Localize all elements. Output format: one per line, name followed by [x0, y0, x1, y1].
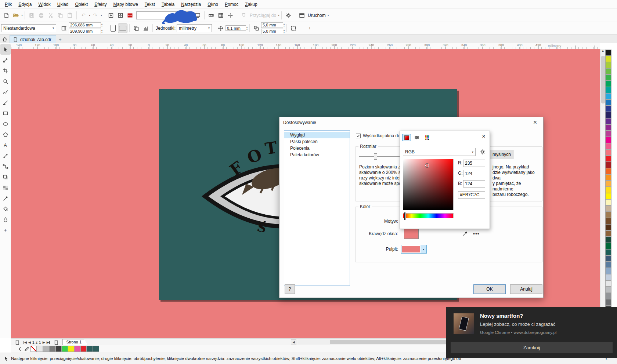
- picker-options-gear-icon[interactable]: [478, 148, 487, 156]
- palette-color-swatch[interactable]: [606, 50, 611, 55]
- palette-color-swatch[interactable]: [606, 200, 611, 205]
- menu-plik[interactable]: Plik: [1, 0, 15, 8]
- palette-color-swatch[interactable]: [606, 206, 611, 211]
- palette-color-swatch[interactable]: [606, 131, 611, 136]
- document-palette-swatch[interactable]: [56, 346, 61, 352]
- palette-color-swatch[interactable]: [606, 156, 611, 161]
- zoom-tool[interactable]: [0, 76, 11, 87]
- document-tab[interactable]: dziobak 7ab.cdr: [10, 35, 56, 43]
- width-spinner[interactable]: ▴▾: [101, 23, 102, 27]
- palette-color-swatch[interactable]: [606, 100, 611, 105]
- center-dialogs-checkbox[interactable]: Wyśrodkuj okna di: [356, 133, 399, 138]
- color-selector-ring[interactable]: [425, 164, 429, 167]
- units-combo[interactable]: milimetry▾: [177, 24, 212, 32]
- menu-obiekt[interactable]: Obiekt: [72, 0, 91, 8]
- chevron-down-icon[interactable]: ▾: [51, 26, 54, 30]
- snap-to-label[interactable]: Przyciągaj do: [250, 13, 276, 18]
- palette-color-swatch[interactable]: [606, 287, 611, 292]
- treat-as-filled-button[interactable]: [289, 23, 298, 33]
- color-eyedropper-tool[interactable]: [0, 193, 11, 204]
- scroll-up-icon[interactable]: ▲: [602, 49, 605, 52]
- document-palette-swatch[interactable]: [93, 346, 99, 352]
- portrait-button[interactable]: [108, 23, 118, 33]
- text-tool[interactable]: A: [0, 140, 11, 150]
- show-grid-button[interactable]: [216, 11, 225, 20]
- b-input[interactable]: [463, 180, 485, 188]
- palette-color-swatch[interactable]: [606, 119, 611, 124]
- transparency-tool[interactable]: [0, 182, 11, 193]
- polygon-tool[interactable]: [0, 129, 11, 140]
- artistic-media-tool[interactable]: [0, 97, 11, 108]
- open-button[interactable]: [11, 11, 21, 20]
- more-options-button[interactable]: •••: [473, 231, 480, 237]
- current-page-size-button[interactable]: [141, 23, 151, 33]
- crop-tool[interactable]: [0, 65, 11, 76]
- page-height-field[interactable]: 209,903 mm: [69, 29, 101, 34]
- show-rulers-button[interactable]: [206, 11, 216, 20]
- palette-color-swatch[interactable]: [606, 62, 611, 68]
- drop-shadow-tool[interactable]: [0, 172, 11, 182]
- document-palette-swatch[interactable]: [62, 346, 68, 352]
- document-palette-swatch[interactable]: [68, 346, 74, 352]
- menu-okno[interactable]: Okno: [204, 0, 221, 8]
- last-page-button[interactable]: ▶: [47, 341, 50, 344]
- palette-color-swatch[interactable]: [606, 250, 611, 255]
- palette-color-swatch[interactable]: [606, 218, 611, 224]
- save-button[interactable]: [27, 11, 36, 20]
- chevron-down-icon[interactable]: ▾: [328, 14, 329, 17]
- launch-label[interactable]: Uruchom: [308, 13, 326, 18]
- hex-input[interactable]: [458, 191, 485, 199]
- r-input[interactable]: [463, 160, 485, 167]
- palette-color-swatch[interactable]: [606, 75, 611, 80]
- restore-defaults-button[interactable]: myślnych: [490, 150, 513, 159]
- import-button[interactable]: [106, 11, 116, 20]
- dialog-nav-item[interactable]: Wygląd: [284, 132, 350, 138]
- nudge-spinner[interactable]: ▴▾: [246, 26, 248, 30]
- freehand-tool[interactable]: [0, 87, 11, 97]
- palette-color-swatch[interactable]: [606, 69, 611, 74]
- document-palette-swatch[interactable]: [37, 346, 43, 352]
- palette-color-swatch[interactable]: [606, 225, 611, 230]
- document-palette-swatch[interactable]: [50, 346, 55, 352]
- palette-color-swatch[interactable]: [606, 162, 611, 168]
- dialog-nav-item[interactable]: Paleta kolorów: [284, 152, 350, 158]
- horizontal-ruler[interactable]: 1401201008060402002040608010012014016018…: [11, 43, 600, 49]
- palette-color-swatch[interactable]: [606, 193, 611, 199]
- document-palette-swatch[interactable]: [75, 346, 80, 352]
- menu-zakup[interactable]: Zakup: [242, 0, 260, 8]
- palette-color-swatch[interactable]: [606, 262, 611, 267]
- next-page-button[interactable]: ▶: [43, 341, 45, 344]
- saturation-value-field[interactable]: [403, 159, 454, 210]
- desktop-color-dropdown[interactable]: ▾: [401, 245, 427, 254]
- ellipse-tool[interactable]: [0, 119, 11, 129]
- landscape-button[interactable]: [118, 23, 127, 33]
- duplicate-x-field[interactable]: 5,0 mm: [261, 22, 283, 28]
- eyedropper-icon[interactable]: [462, 231, 468, 237]
- snap-to-icon[interactable]: [239, 11, 249, 20]
- palette-color-swatch[interactable]: [606, 231, 611, 236]
- redo-dropdown-icon[interactable]: ▾: [101, 14, 102, 17]
- palette-color-swatch[interactable]: [606, 181, 611, 186]
- more-tools[interactable]: +: [0, 225, 11, 236]
- rectangle-tool[interactable]: [0, 108, 11, 119]
- palette-color-swatch[interactable]: [606, 150, 611, 155]
- new-tab-button[interactable]: +: [56, 35, 64, 43]
- vertical-scrollbar[interactable]: ▲: [600, 49, 605, 338]
- help-button[interactable]: ?: [285, 284, 295, 294]
- vertical-scroll-thumb[interactable]: [601, 56, 605, 103]
- launch-app-icon[interactable]: [297, 11, 307, 20]
- palette-color-swatch[interactable]: [606, 299, 611, 305]
- chevron-down-icon[interactable]: ▾: [206, 26, 210, 30]
- add-control-icon[interactable]: +: [305, 23, 314, 33]
- redo-button[interactable]: ↷: [90, 11, 100, 20]
- scale-slider-thumb[interactable]: [374, 153, 377, 160]
- menu-tekst[interactable]: Tekst: [141, 0, 158, 8]
- palette-color-swatch[interactable]: [606, 293, 611, 299]
- document-palette-swatch[interactable]: [81, 346, 86, 352]
- hue-bar[interactable]: [403, 213, 454, 218]
- dimension-tool[interactable]: [0, 150, 11, 161]
- palette-scroll-icon[interactable]: [17, 346, 23, 352]
- palette-color-swatch[interactable]: [606, 212, 611, 218]
- palette-color-swatch[interactable]: [606, 268, 611, 274]
- notification-close-button[interactable]: Zamknij: [451, 342, 613, 353]
